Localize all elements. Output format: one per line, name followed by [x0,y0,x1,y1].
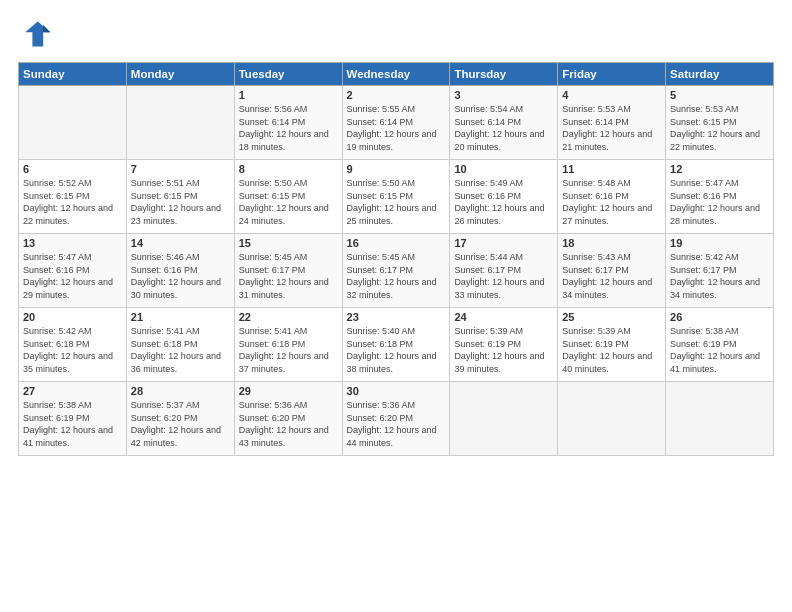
week-row-2: 6Sunrise: 5:52 AM Sunset: 6:15 PM Daylig… [19,160,774,234]
day-number: 2 [347,89,446,101]
day-info: Sunrise: 5:46 AM Sunset: 6:16 PM Dayligh… [131,251,230,301]
day-info: Sunrise: 5:38 AM Sunset: 6:19 PM Dayligh… [23,399,122,449]
day-info: Sunrise: 5:48 AM Sunset: 6:16 PM Dayligh… [562,177,661,227]
day-info: Sunrise: 5:53 AM Sunset: 6:14 PM Dayligh… [562,103,661,153]
day-cell: 5Sunrise: 5:53 AM Sunset: 6:15 PM Daylig… [666,86,774,160]
day-info: Sunrise: 5:38 AM Sunset: 6:19 PM Dayligh… [670,325,769,375]
day-number: 7 [131,163,230,175]
week-row-4: 20Sunrise: 5:42 AM Sunset: 6:18 PM Dayli… [19,308,774,382]
week-row-5: 27Sunrise: 5:38 AM Sunset: 6:19 PM Dayli… [19,382,774,456]
day-info: Sunrise: 5:51 AM Sunset: 6:15 PM Dayligh… [131,177,230,227]
day-cell: 16Sunrise: 5:45 AM Sunset: 6:17 PM Dayli… [342,234,450,308]
day-info: Sunrise: 5:36 AM Sunset: 6:20 PM Dayligh… [239,399,338,449]
day-number: 28 [131,385,230,397]
day-cell: 23Sunrise: 5:40 AM Sunset: 6:18 PM Dayli… [342,308,450,382]
day-cell: 28Sunrise: 5:37 AM Sunset: 6:20 PM Dayli… [126,382,234,456]
day-number: 12 [670,163,769,175]
day-cell: 15Sunrise: 5:45 AM Sunset: 6:17 PM Dayli… [234,234,342,308]
day-info: Sunrise: 5:50 AM Sunset: 6:15 PM Dayligh… [347,177,446,227]
day-header-thursday: Thursday [450,63,558,86]
day-header-friday: Friday [558,63,666,86]
day-cell: 6Sunrise: 5:52 AM Sunset: 6:15 PM Daylig… [19,160,127,234]
day-cell [450,382,558,456]
day-number: 13 [23,237,122,249]
day-number: 5 [670,89,769,101]
day-cell: 26Sunrise: 5:38 AM Sunset: 6:19 PM Dayli… [666,308,774,382]
day-number: 1 [239,89,338,101]
day-cell: 1Sunrise: 5:56 AM Sunset: 6:14 PM Daylig… [234,86,342,160]
day-info: Sunrise: 5:42 AM Sunset: 6:18 PM Dayligh… [23,325,122,375]
day-info: Sunrise: 5:54 AM Sunset: 6:14 PM Dayligh… [454,103,553,153]
day-cell: 7Sunrise: 5:51 AM Sunset: 6:15 PM Daylig… [126,160,234,234]
day-header-tuesday: Tuesday [234,63,342,86]
day-info: Sunrise: 5:43 AM Sunset: 6:17 PM Dayligh… [562,251,661,301]
day-info: Sunrise: 5:55 AM Sunset: 6:14 PM Dayligh… [347,103,446,153]
day-cell: 20Sunrise: 5:42 AM Sunset: 6:18 PM Dayli… [19,308,127,382]
header [18,16,774,52]
day-cell: 17Sunrise: 5:44 AM Sunset: 6:17 PM Dayli… [450,234,558,308]
day-number: 19 [670,237,769,249]
day-number: 22 [239,311,338,323]
day-info: Sunrise: 5:47 AM Sunset: 6:16 PM Dayligh… [23,251,122,301]
day-number: 21 [131,311,230,323]
day-cell: 2Sunrise: 5:55 AM Sunset: 6:14 PM Daylig… [342,86,450,160]
day-info: Sunrise: 5:52 AM Sunset: 6:15 PM Dayligh… [23,177,122,227]
day-cell [558,382,666,456]
day-number: 15 [239,237,338,249]
day-number: 24 [454,311,553,323]
day-cell: 19Sunrise: 5:42 AM Sunset: 6:17 PM Dayli… [666,234,774,308]
day-info: Sunrise: 5:44 AM Sunset: 6:17 PM Dayligh… [454,251,553,301]
day-number: 9 [347,163,446,175]
day-header-saturday: Saturday [666,63,774,86]
page: SundayMondayTuesdayWednesdayThursdayFrid… [0,0,792,612]
day-cell [19,86,127,160]
day-info: Sunrise: 5:37 AM Sunset: 6:20 PM Dayligh… [131,399,230,449]
day-info: Sunrise: 5:47 AM Sunset: 6:16 PM Dayligh… [670,177,769,227]
day-number: 27 [23,385,122,397]
day-cell: 8Sunrise: 5:50 AM Sunset: 6:15 PM Daylig… [234,160,342,234]
day-cell: 25Sunrise: 5:39 AM Sunset: 6:19 PM Dayli… [558,308,666,382]
day-header-wednesday: Wednesday [342,63,450,86]
day-info: Sunrise: 5:39 AM Sunset: 6:19 PM Dayligh… [562,325,661,375]
day-header-monday: Monday [126,63,234,86]
day-info: Sunrise: 5:53 AM Sunset: 6:15 PM Dayligh… [670,103,769,153]
day-number: 16 [347,237,446,249]
week-row-3: 13Sunrise: 5:47 AM Sunset: 6:16 PM Dayli… [19,234,774,308]
header-row: SundayMondayTuesdayWednesdayThursdayFrid… [19,63,774,86]
day-cell: 12Sunrise: 5:47 AM Sunset: 6:16 PM Dayli… [666,160,774,234]
day-number: 17 [454,237,553,249]
day-number: 26 [670,311,769,323]
day-info: Sunrise: 5:42 AM Sunset: 6:17 PM Dayligh… [670,251,769,301]
day-cell: 3Sunrise: 5:54 AM Sunset: 6:14 PM Daylig… [450,86,558,160]
day-number: 4 [562,89,661,101]
day-number: 23 [347,311,446,323]
logo-icon [18,16,54,52]
day-cell [126,86,234,160]
day-info: Sunrise: 5:36 AM Sunset: 6:20 PM Dayligh… [347,399,446,449]
day-number: 11 [562,163,661,175]
day-number: 30 [347,385,446,397]
day-cell: 24Sunrise: 5:39 AM Sunset: 6:19 PM Dayli… [450,308,558,382]
day-cell: 18Sunrise: 5:43 AM Sunset: 6:17 PM Dayli… [558,234,666,308]
week-row-1: 1Sunrise: 5:56 AM Sunset: 6:14 PM Daylig… [19,86,774,160]
logo [18,16,58,52]
day-number: 25 [562,311,661,323]
day-info: Sunrise: 5:49 AM Sunset: 6:16 PM Dayligh… [454,177,553,227]
day-cell: 13Sunrise: 5:47 AM Sunset: 6:16 PM Dayli… [19,234,127,308]
day-info: Sunrise: 5:45 AM Sunset: 6:17 PM Dayligh… [347,251,446,301]
calendar-table: SundayMondayTuesdayWednesdayThursdayFrid… [18,62,774,456]
day-number: 10 [454,163,553,175]
day-cell: 21Sunrise: 5:41 AM Sunset: 6:18 PM Dayli… [126,308,234,382]
day-number: 8 [239,163,338,175]
day-info: Sunrise: 5:45 AM Sunset: 6:17 PM Dayligh… [239,251,338,301]
day-info: Sunrise: 5:41 AM Sunset: 6:18 PM Dayligh… [239,325,338,375]
day-info: Sunrise: 5:41 AM Sunset: 6:18 PM Dayligh… [131,325,230,375]
day-cell: 27Sunrise: 5:38 AM Sunset: 6:19 PM Dayli… [19,382,127,456]
day-header-sunday: Sunday [19,63,127,86]
day-number: 3 [454,89,553,101]
day-number: 18 [562,237,661,249]
day-cell: 29Sunrise: 5:36 AM Sunset: 6:20 PM Dayli… [234,382,342,456]
day-number: 29 [239,385,338,397]
day-cell: 30Sunrise: 5:36 AM Sunset: 6:20 PM Dayli… [342,382,450,456]
day-info: Sunrise: 5:56 AM Sunset: 6:14 PM Dayligh… [239,103,338,153]
